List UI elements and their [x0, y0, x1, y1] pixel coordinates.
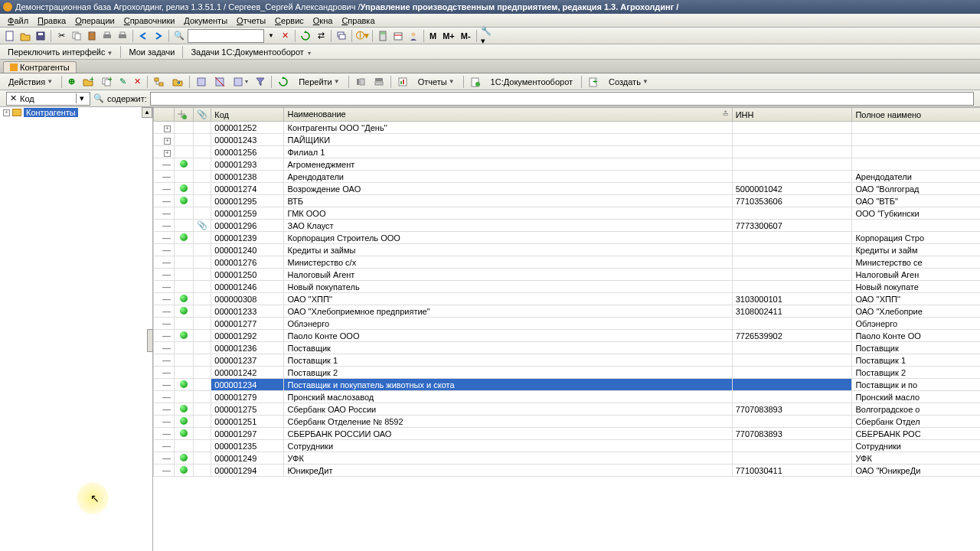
view1-button[interactable]	[352, 75, 369, 89]
filter2-button[interactable]	[211, 75, 228, 89]
table-row[interactable]: —000001295ВТБ7710353606ОАО "ВТБ"	[154, 195, 981, 207]
tasks-1c-button[interactable]: Задачи 1С:Документооборот ▾	[186, 47, 315, 57]
table-row[interactable]: —000001242Поставщик 2Поставщик 2	[154, 367, 981, 379]
cut-button[interactable]: ✂	[54, 29, 68, 43]
table-row[interactable]: —000001274Возрождение ОАО5000001042ОАО "…	[154, 183, 981, 195]
menu-reports[interactable]: Отчеты	[232, 16, 270, 25]
table-row[interactable]: —000001275Сбербанк ОАО России7707083893В…	[154, 403, 981, 416]
reports-button[interactable]: Отчеты▼	[413, 75, 460, 89]
expand-icon[interactable]: +	[164, 126, 171, 132]
paste-button[interactable]	[85, 29, 99, 43]
expand-icon[interactable]: +	[164, 150, 171, 157]
undo-button[interactable]	[136, 29, 150, 43]
print-preview-button[interactable]	[116, 29, 129, 43]
filter-search-icon[interactable]: 🔍	[93, 93, 104, 103]
windows-button[interactable]	[335, 29, 348, 43]
menu-edit[interactable]: Правка	[33, 16, 70, 25]
filter1-button[interactable]	[193, 75, 210, 89]
create-button[interactable]: Создать▼	[603, 75, 654, 89]
col-fullname[interactable]: Полное наимено	[852, 108, 980, 122]
menu-operations[interactable]: Операции	[70, 16, 119, 25]
open-button[interactable]	[18, 29, 32, 43]
col-status[interactable]	[174, 108, 193, 122]
col-code[interactable]: Код	[211, 108, 284, 122]
copy-button[interactable]	[70, 29, 83, 43]
expand-icon[interactable]: +	[164, 138, 171, 145]
nav-button[interactable]: ⇄	[314, 29, 328, 43]
calc-button[interactable]	[376, 29, 390, 43]
tree-root[interactable]: + Контрагенты	[0, 107, 152, 118]
search-icon[interactable]: 🔍	[172, 29, 186, 43]
table-row[interactable]: —📎000001296ЗАО Клауст7773300607	[154, 220, 981, 232]
table-row[interactable]: —000001250Налоговый АгентНалоговый Аген	[154, 269, 981, 281]
report-icon[interactable]	[394, 75, 411, 89]
table-row[interactable]: —000001233ОАО "Хлебоприемное предприятие…	[154, 305, 981, 318]
add-group-button[interactable]: +	[80, 75, 96, 89]
table-row[interactable]: —000001240Кредиты и займыКредиты и займ	[154, 244, 981, 256]
table-row[interactable]: —000001292Паоло Конте ООО7726539902Паоло…	[154, 330, 981, 342]
table-row[interactable]: —000001246Новый покупательНовый покупате	[154, 281, 981, 293]
splitter-handle[interactable]	[147, 329, 153, 352]
menu-help[interactable]: Справка	[337, 16, 379, 25]
col-attachment[interactable]: 📎	[194, 108, 211, 122]
delete-button[interactable]: ✕	[131, 75, 144, 89]
table-row[interactable]: —000001235СотрудникиСотрудники	[154, 440, 981, 452]
move-button[interactable]	[169, 75, 186, 89]
filter-input[interactable]	[150, 92, 974, 106]
refresh-list-button[interactable]	[275, 75, 292, 89]
menu-catalogs[interactable]: Справочники	[119, 16, 180, 25]
tree-scroll-up[interactable]: ▲	[142, 107, 152, 118]
table-row[interactable]: —000001259ГМК ОООООО "Губкински	[154, 207, 981, 220]
switch-interface-button[interactable]: Переключить интерфейс▼	[3, 47, 117, 57]
memory-m-button[interactable]: M	[427, 31, 439, 41]
col-expand[interactable]	[154, 108, 175, 122]
table-row[interactable]: —000001277ОблэнергоОблэнерго	[154, 318, 981, 330]
table-row[interactable]: —000001293Агроменеджмент	[154, 158, 981, 171]
memory-mminus-button[interactable]: M-	[459, 31, 473, 41]
my-tasks-button[interactable]: Мои задачи	[124, 47, 179, 57]
edit-button[interactable]: ✎	[116, 75, 129, 89]
save-button[interactable]	[34, 29, 47, 43]
table-row[interactable]: —000001279Пронский маслозаводПронский ма…	[154, 391, 981, 403]
docflow-icon[interactable]	[467, 75, 484, 89]
menu-file[interactable]: Файл	[3, 16, 33, 25]
table-row[interactable]: —000001237Поставщик 1Поставщик 1	[154, 354, 981, 367]
filter-field-select[interactable]: ✕ Код ▾	[6, 92, 90, 106]
filter3-button[interactable]: ▾	[230, 75, 251, 89]
table-row[interactable]: + 000001256Филиал 1	[154, 146, 981, 158]
menu-windows[interactable]: Окна	[309, 16, 338, 25]
redo-button[interactable]	[152, 29, 165, 43]
col-name[interactable]: Наименование≛	[284, 108, 732, 122]
col-inn[interactable]: ИНН	[732, 108, 852, 122]
add-button[interactable]: ⊕	[65, 75, 78, 89]
actions-button[interactable]: Действия▼	[3, 75, 58, 89]
settings-button[interactable]: 🔧▾	[480, 29, 494, 43]
table-row[interactable]: —000001294ЮникреДит7710030411ОАО "Юникре…	[154, 465, 981, 477]
add-copy-button[interactable]: +	[98, 75, 115, 89]
table-row[interactable]: + 000001252Контрагенты ООО ''День''	[154, 122, 981, 134]
search-clear-button[interactable]: ✕	[278, 29, 292, 43]
calendar-button[interactable]	[391, 29, 405, 43]
memory-mplus-button[interactable]: M+	[440, 31, 457, 41]
refresh-button[interactable]	[299, 29, 312, 43]
docflow-button[interactable]: 1С:Документооборот	[485, 75, 578, 89]
info-button[interactable]: ⓘ▾	[355, 29, 369, 43]
goto-button[interactable]: Перейти▼	[293, 75, 345, 89]
table-row[interactable]: —000001234Поставщик и покупатель животны…	[154, 379, 981, 391]
funnel-button[interactable]	[253, 75, 268, 89]
tree-expand-icon[interactable]: +	[3, 109, 10, 116]
menu-documents[interactable]: Документы	[179, 16, 232, 25]
table-row[interactable]: —000001297СБЕРБАНК РОССИИ ОАО7707083893С…	[154, 428, 981, 440]
search-dropdown[interactable]: ▼	[266, 29, 276, 43]
table-row[interactable]: —000001238АрендодателиАрендодатели	[154, 171, 981, 183]
table-row[interactable]: —000001249УФКУФК	[154, 452, 981, 465]
print-button[interactable]	[100, 29, 114, 43]
tab-contractors[interactable]: Контрагенты	[3, 61, 77, 73]
create-icon[interactable]: +	[585, 75, 602, 89]
hierarchy-button[interactable]	[151, 75, 168, 89]
table-row[interactable]: —000001236ПоставщикПоставщик	[154, 342, 981, 354]
table-row[interactable]: + 000001243ПАЙЩИКИ	[154, 134, 981, 146]
user-button[interactable]	[407, 29, 420, 43]
menu-service[interactable]: Сервис	[270, 16, 309, 25]
table-row[interactable]: —000001239Корпорация Строитель ОООКорпор…	[154, 232, 981, 244]
